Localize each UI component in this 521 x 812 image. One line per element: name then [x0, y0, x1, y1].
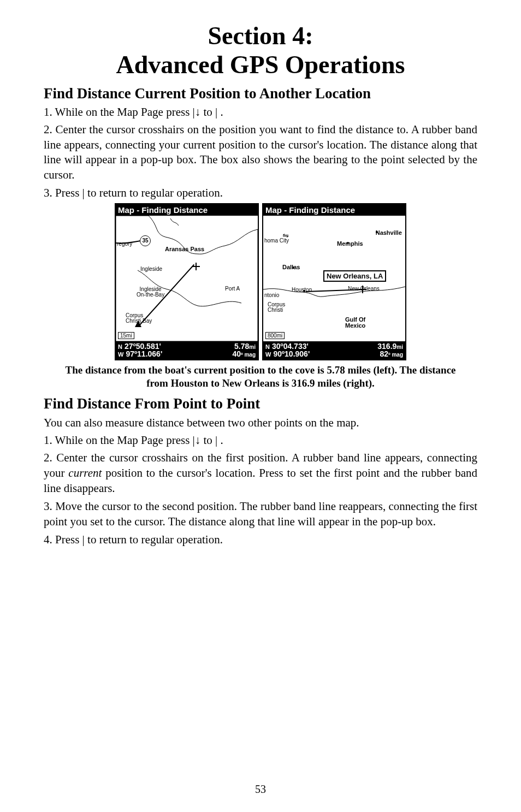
device-right-footer: N30º04.733' W90º10.906' 316.9mi 82º mag — [263, 341, 405, 359]
s2-intro: You can also measure distance between tw… — [44, 416, 477, 431]
rubber-band-line-right — [306, 289, 363, 292]
s2-step1-b: |↓ to — [193, 434, 216, 447]
s2-step1-d: . — [221, 434, 223, 447]
footer-right-bearing-unit: º mag — [388, 352, 403, 358]
label-memphis: Memphis — [337, 240, 363, 247]
footer-right-lon: 90º10.906' — [273, 349, 310, 358]
label-nashville: Nashville — [376, 229, 402, 236]
label-dallas: Dallas — [282, 264, 300, 270]
route-shield-icon: 35 — [140, 235, 151, 246]
subheading-find-distance-current: Find Distance Current Position to Anothe… — [44, 85, 477, 102]
footer-left-lat: 27º50.581' — [125, 342, 161, 351]
footer-left-bearing: 40 — [232, 349, 241, 358]
device-left-footer: N27º50.581' W97º11.066' 5.78mi 40º mag — [116, 341, 258, 359]
s1-step1: 1. While on the Map Page press |↓ to | . — [44, 105, 477, 119]
s1-step1-d: . — [221, 105, 223, 118]
footer-left-dist-unit: mi — [249, 344, 256, 350]
s2-step4-a: 4. Press — [44, 533, 82, 546]
page-number: 53 — [0, 783, 521, 796]
label-ingleside: Ingleside — [140, 266, 162, 272]
s2-step2: 2. Center the cursor crosshairs on the f… — [44, 451, 477, 496]
cursor-crosshair-left — [192, 263, 200, 270]
cursor-crosshair-right — [359, 286, 366, 293]
device-left-title: Map - Finding Distance — [116, 204, 258, 216]
device-left-map: 35 regory Aransas Pass Ingleside Inglesi… — [116, 216, 258, 341]
footer-left-bearing-unit: º mag — [241, 352, 256, 358]
scale-left: 15mi — [118, 332, 134, 339]
footer-left-coords: N27º50.581' W97º11.066' — [118, 342, 162, 358]
page: Section 4: Advanced GPS Operations Find … — [0, 0, 521, 812]
s1-step3-c: to return to regular operation. — [87, 186, 223, 199]
device-screenshot-right: Map - Finding Distance ⇌ Nashville Memph… — [262, 203, 406, 360]
figure-caption: The distance from the boat's current pos… — [60, 364, 461, 390]
footer-right-lat: 30º04.733' — [272, 342, 309, 351]
s1-step1-a: 1. While on the Map Page press — [44, 105, 193, 118]
footer-right-dist-val: 316.9 — [377, 342, 396, 351]
label-ntonio: ntonio — [264, 292, 279, 298]
section-heading-line1: Section 4: — [208, 22, 313, 50]
footer-right-dist: 316.9mi 82º mag — [377, 342, 403, 358]
s2-step2-em: current — [68, 466, 102, 479]
footer-right-coords: N30º04.733' W90º10.906' — [265, 342, 310, 358]
label-gulf: Gulf OfMexico — [345, 317, 365, 329]
section-heading: Section 4: Advanced GPS Operations — [44, 22, 477, 80]
s2-step4: 4. Press | to return to regular operatio… — [44, 533, 477, 547]
s2-step4-c: to return to regular operation. — [87, 533, 223, 546]
scale-right: 800mi — [265, 332, 285, 339]
footer-left-dist: 5.78mi 40º mag — [232, 342, 256, 358]
popup-neworleans: New Orleans, LA — [323, 270, 386, 282]
s1-step1-c: | — [215, 105, 217, 118]
footer-right-dist-unit: mi — [396, 344, 403, 350]
label-port-a: Port A — [225, 286, 240, 292]
label-regory: regory — [117, 241, 132, 247]
figure-row: Map - Finding Distance 35 regory Aransas… — [44, 203, 477, 360]
label-homa: homa City — [264, 238, 289, 244]
device-screenshot-left: Map - Finding Distance 35 regory Aransas… — [115, 203, 259, 360]
s1-step2: 2. Center the cursor crosshairs on the p… — [44, 122, 477, 183]
subheading-find-distance-p2p: Find Distance From Point to Point — [44, 395, 477, 412]
s2-step1-c: | — [215, 434, 217, 447]
s1-step1-b: |↓ to — [193, 105, 216, 118]
s2-step4-b: | — [82, 533, 85, 546]
device-right-title: Map - Finding Distance — [263, 204, 405, 216]
footer-left-lon: 97º11.066' — [126, 349, 162, 358]
s1-step3-b: | — [82, 186, 85, 199]
s2-step1: 1. While on the Map Page press |↓ to | . — [44, 434, 477, 447]
label-ingleside-bay: InglesideOn-the-Bay — [137, 287, 164, 298]
s2-step1-a: 1. While on the Map Page press — [44, 434, 193, 447]
s2-step3: 3. Move the cursor to the second positio… — [44, 499, 477, 529]
label-corpus-r: CorpusChristi — [268, 302, 285, 313]
footer-left-dist-val: 5.78 — [234, 342, 249, 351]
s1-step3-a: 3. Press — [44, 186, 82, 199]
s1-step3: 3. Press | to return to regular operatio… — [44, 186, 477, 200]
device-right-map: ⇌ Nashville Memphis homa City Dallas Hou… — [263, 216, 405, 341]
label-aransas: Aransas Pass — [165, 246, 204, 252]
footer-right-bearing: 82 — [380, 349, 388, 358]
section-heading-line2: Advanced GPS Operations — [116, 51, 405, 79]
s2-step2-b: position to the cursor's location. Press — [102, 466, 287, 479]
